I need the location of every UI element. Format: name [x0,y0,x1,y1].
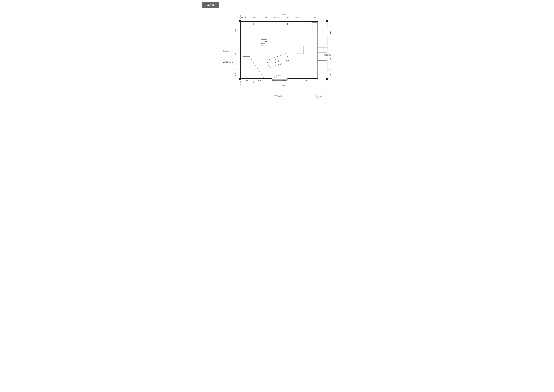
svg-text:3730.81: 3730.81 [274,16,279,18]
svg-text:8000: 8000 [235,73,236,76]
svg-rect-48 [265,40,267,42]
svg-text:17000: 17000 [330,57,331,60]
svg-text:3240: 3240 [246,80,248,82]
bottom-dim-segments: 3240 2960 4000 1200 8600 [240,80,327,83]
svg-rect-110 [239,20,241,22]
svg-text:D: D [318,96,318,97]
svg-text:5780: 5780 [330,31,331,34]
bottom-dimension-total: 22000 [240,84,327,87]
svg-text:4000: 4000 [272,80,275,82]
svg-text:1200: 1200 [282,80,285,82]
floor-plan-svg: 22000 800 800 3883.34 1600 [223,12,331,93]
svg-text:22000: 22000 [282,85,285,87]
svg-rect-51 [300,46,304,50]
svg-text:8000: 8000 [330,73,331,76]
right-dimensions: 5780 1000 17000 8000 2000 [329,21,331,82]
svg-text:800: 800 [244,16,246,18]
svg-text:1600: 1600 [264,16,267,18]
page: CAD 实木展具 混凝土展示阶梯 混凝土地面 22000 [199,0,355,100]
svg-rect-52 [296,50,300,54]
svg-text:800: 800 [241,16,243,18]
svg-point-114 [316,94,322,99]
drawing-title: 一层平面图 [271,95,283,98]
svg-text:2960: 2960 [258,80,261,82]
svg-text:17000: 17000 [235,52,236,56]
svg-rect-43 [243,23,248,28]
right-label: 混凝土地面 [324,54,331,56]
left-dimensions: 6320 17000 8000 [235,21,238,79]
svg-text:3105.86: 3105.86 [295,16,299,18]
compass-symbol: C A B D [316,93,322,99]
svg-text:4240: 4240 [314,16,316,18]
left-label-2: 混凝土展示阶梯 [223,61,233,63]
svg-rect-112 [239,78,241,80]
svg-rect-113 [326,78,328,80]
svg-rect-45 [287,23,292,25]
svg-rect-47 [261,40,265,43]
svg-rect-50 [296,46,300,50]
svg-rect-46 [293,23,297,25]
svg-text:6320: 6320 [235,29,236,32]
top-dim-segments: 800 800 3883.34 1600 3730.81 [240,16,327,19]
left-label-1: 实木展具 [223,50,233,52]
svg-rect-111 [326,20,328,22]
title-area: 一层平面图 C A B D [223,95,331,98]
svg-text:1600: 1600 [286,16,289,18]
top-total-dim: 22000 [282,14,285,16]
top-dimension-total: 22000 [240,14,327,17]
svg-text:A: A [320,96,321,97]
svg-rect-62 [272,78,287,79]
svg-rect-41 [312,22,317,31]
svg-text:3883.34: 3883.34 [252,16,257,18]
svg-rect-49 [261,43,263,45]
svg-text:8600: 8600 [305,80,308,82]
svg-text:B: B [319,97,319,98]
svg-rect-42 [312,22,317,22]
svg-rect-53 [300,50,304,54]
svg-rect-44 [249,23,254,25]
svg-text:C: C [319,95,319,96]
cad-header-label: CAD [202,2,219,7]
